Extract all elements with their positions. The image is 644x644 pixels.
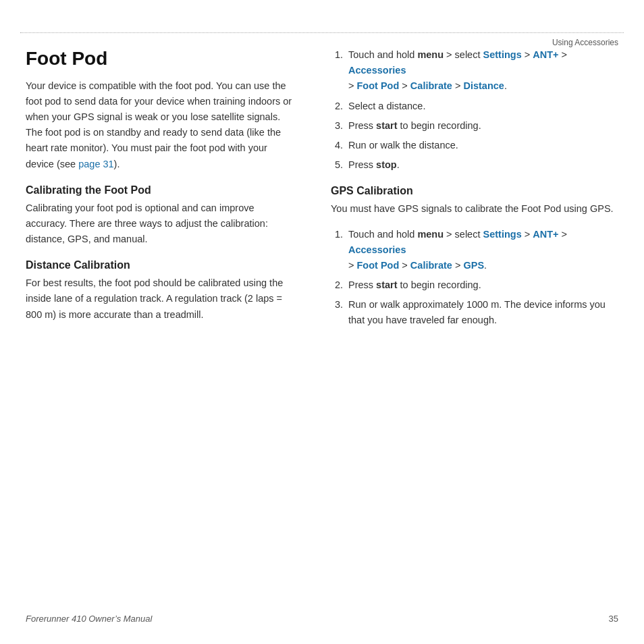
step5-pre: Press [348, 159, 376, 170]
step-4: Run or walk the distance. [346, 138, 621, 153]
step1-sep2: > [559, 49, 568, 60]
footer-page-number: 35 [609, 614, 618, 624]
step1-calibrate: Calibrate [410, 80, 452, 91]
gps-step1-end: . [484, 260, 487, 271]
intro-paragraph: Your device is compatible with the foot … [26, 78, 296, 172]
calibrating-heading: Calibrating the Foot Pod [26, 184, 296, 196]
step-2: Select a distance. [346, 99, 621, 114]
left-column: Foot Pod Your device is compatible with … [26, 47, 296, 332]
step1-settings: Settings [483, 49, 522, 60]
distance-calibration-steps: Touch and hold menu > select Settings > … [346, 47, 621, 173]
gps-step2-end: to begin recording. [398, 279, 481, 290]
step3-start: start [376, 120, 397, 131]
gps-step1-sep2: > [559, 229, 568, 240]
step1-end: . [504, 80, 507, 91]
top-rule [20, 32, 624, 33]
step1-sep3: > [348, 80, 357, 91]
step-1: Touch and hold menu > select Settings > … [346, 47, 621, 95]
gps-calibration-steps: Touch and hold menu > select Settings > … [346, 227, 621, 329]
gps-step1-settings: Settings [483, 229, 522, 240]
gps-intro: You must have GPS signals to calibrate t… [331, 201, 621, 217]
gps-step1-sep4: > [399, 260, 410, 271]
step1-ant: ANT+ [533, 49, 558, 60]
gps-step-1: Touch and hold menu > select Settings > … [346, 227, 621, 274]
step-3: Press start to begin recording. [346, 118, 621, 134]
step1-sep5: > [452, 80, 464, 91]
gps-step1-mid: > select [444, 229, 483, 240]
step1-sep1: > [522, 49, 533, 60]
distance-heading: Distance Calibration [26, 259, 296, 271]
right-column: Touch and hold menu > select Settings > … [331, 47, 621, 337]
gps-step1-sep5: > [452, 260, 464, 271]
gps-step-2: Press start to begin recording. [346, 277, 621, 293]
page-link[interactable]: page 31 [78, 159, 113, 169]
step1-footpod: Foot Pod [357, 80, 400, 91]
step1-accessories: Accessories [348, 65, 406, 76]
gps-step1-footpod: Foot Pod [357, 260, 400, 271]
gps-step1-sep1: > [522, 229, 533, 240]
page-title: Foot Pod [26, 47, 296, 70]
gps-step1-pre: Touch and hold [348, 229, 417, 240]
step1-distance: Distance [463, 80, 504, 91]
gps-step1-calibrate: Calibrate [410, 260, 452, 271]
step1-pre: Touch and hold [348, 49, 417, 60]
calibrating-text: Calibrating your foot pod is optional an… [26, 200, 296, 248]
step5-end: . [397, 159, 400, 170]
step5-stop: stop [376, 159, 397, 170]
gps-heading: GPS Calibration [331, 185, 621, 197]
intro-text-before: Your device is compatible with the foot … [26, 80, 292, 169]
step3-pre: Press [348, 120, 376, 131]
gps-step1-sep3: > [348, 260, 357, 271]
gps-step2-pre: Press [348, 279, 376, 290]
step-5: Press stop. [346, 157, 621, 173]
step1-menu: menu [417, 49, 444, 60]
gps-step1-accessories: Accessories [348, 244, 406, 255]
step1-sep4: > [399, 80, 410, 91]
page-container: Using Accessories Foot Pod Your device i… [0, 0, 644, 644]
distance-text: For best results, the foot pod should be… [26, 275, 296, 323]
step3-end: to begin recording. [398, 120, 481, 131]
gps-step1-gps: GPS [463, 260, 484, 271]
section-label: Using Accessories [552, 38, 618, 47]
footer-manual-title: Forerunner 410 Owner’s Manual [26, 614, 152, 624]
gps-step-3: Run or walk approximately 1000 m. The de… [346, 297, 621, 328]
gps-step1-ant: ANT+ [533, 229, 558, 240]
gps-step2-start: start [376, 279, 397, 290]
intro-text-after: ). [114, 159, 120, 169]
gps-step1-menu: menu [417, 229, 444, 240]
step1-mid: > select [444, 49, 483, 60]
